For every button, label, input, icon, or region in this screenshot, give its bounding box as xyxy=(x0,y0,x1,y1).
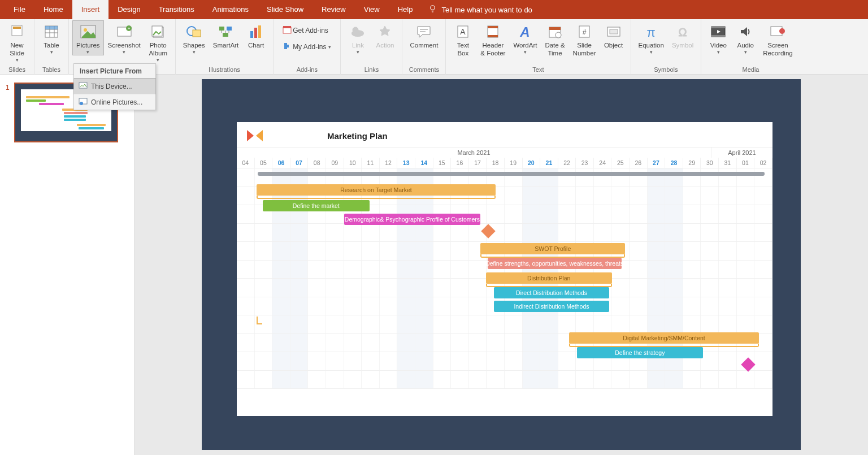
datetime-label: Date & Time xyxy=(545,41,565,57)
svg-rect-41 xyxy=(711,35,725,37)
shapes-label: Shapes xyxy=(183,41,205,49)
table-button[interactable]: Table ▾ xyxy=(38,20,65,55)
comment-button[interactable]: Comment xyxy=(406,20,442,50)
screenshot-icon: + xyxy=(116,23,132,40)
day-cell: 22 xyxy=(558,158,576,168)
get-addins-button[interactable]: Get Add-ins xyxy=(280,24,333,37)
tab-view[interactable]: View xyxy=(355,0,389,19)
day-cell: 14 xyxy=(415,158,433,168)
chevron-down-icon: ▾ xyxy=(524,49,527,55)
symbol-icon: Ω xyxy=(675,23,690,40)
link-icon xyxy=(350,23,365,40)
equation-label: Equation xyxy=(639,41,664,49)
tell-me[interactable]: Tell me what you want to do xyxy=(428,5,532,15)
online-icon xyxy=(79,97,91,107)
group-label-links: Links xyxy=(344,66,398,75)
object-button[interactable]: Object xyxy=(600,20,627,50)
datetime-button[interactable]: Date & Time xyxy=(541,20,568,58)
day-cell: 09 xyxy=(326,158,344,168)
group-label-slides: Slides xyxy=(3,66,31,75)
tab-transitions[interactable]: Transitions xyxy=(150,0,203,19)
audio-button[interactable]: Audio▾ xyxy=(732,20,759,55)
comment-label: Comment xyxy=(410,41,438,49)
day-cell: 20 xyxy=(523,158,541,168)
tab-review[interactable]: Review xyxy=(313,0,355,19)
svg-rect-14 xyxy=(219,27,224,31)
slide-canvas-area[interactable]: Marketing Plan March 2021 April 2021 040… xyxy=(134,75,868,455)
tab-file[interactable]: File xyxy=(5,0,34,19)
task-direct-bar: Direct Distribution Methods xyxy=(494,287,609,298)
day-cell: 24 xyxy=(594,158,612,168)
svg-text:A: A xyxy=(461,27,466,36)
day-cell: 05 xyxy=(255,158,273,168)
screenshot-button[interactable]: + Screenshot ▾ xyxy=(104,20,145,55)
pictures-button[interactable]: Pictures ▾ xyxy=(72,20,104,55)
tab-help[interactable]: Help xyxy=(389,0,422,19)
wordart-button[interactable]: AWordArt▾ xyxy=(509,20,541,55)
day-cell: 01 xyxy=(737,158,755,168)
dropdown-this-device[interactable]: This Device... xyxy=(73,78,156,94)
new-slide-button[interactable]: New Slide ▾ xyxy=(3,20,31,63)
shapes-button[interactable]: Shapes ▾ xyxy=(179,20,209,55)
month-april: April 2021 xyxy=(711,148,772,158)
svg-point-0 xyxy=(431,5,435,10)
dropdown-online-pictures[interactable]: Online Pictures... xyxy=(74,94,155,110)
link-label: Link xyxy=(352,41,364,49)
datetime-icon xyxy=(548,23,562,40)
task-swot-bar: SWOT Profile xyxy=(480,243,625,254)
slide-number-button[interactable]: #Slide Number xyxy=(569,20,600,58)
group-label-text: Text xyxy=(449,66,627,75)
equation-icon: π xyxy=(643,23,659,40)
chevron-down-icon: ▾ xyxy=(157,57,159,63)
chart-label: Chart xyxy=(248,41,264,49)
group-label-tables: Tables xyxy=(38,66,65,75)
chart-button[interactable]: Chart xyxy=(242,20,270,50)
day-cell: 31 xyxy=(719,158,737,168)
gantt-title: Marketing Plan xyxy=(327,131,388,141)
object-icon xyxy=(606,23,621,40)
my-addins-button[interactable]: My Add-ins ▾ xyxy=(280,40,333,53)
svg-point-32 xyxy=(555,32,561,38)
svg-rect-13 xyxy=(193,30,201,37)
day-cell: 25 xyxy=(611,158,630,168)
svg-rect-17 xyxy=(250,31,253,38)
video-button[interactable]: Video▾ xyxy=(705,20,732,55)
tab-home[interactable]: Home xyxy=(34,0,72,19)
action-button: Action xyxy=(371,20,398,50)
gantt-range-scrollbar[interactable] xyxy=(258,172,765,176)
task-swot2-bar: Define strengths, opportunities, weaknes… xyxy=(488,258,622,269)
day-cell: 27 xyxy=(648,158,666,168)
photo-album-button[interactable]: Photo Album ▾ xyxy=(145,20,172,63)
header-footer-button[interactable]: Header & Footer xyxy=(476,20,509,58)
chevron-down-icon: ▾ xyxy=(50,49,53,55)
svg-text:π: π xyxy=(647,25,656,39)
new-slide-icon xyxy=(10,23,24,40)
group-illustrations: Shapes ▾ SmartArt Chart Illustrations xyxy=(176,19,274,75)
smartart-button[interactable]: SmartArt xyxy=(209,20,242,50)
tab-insert[interactable]: Insert xyxy=(72,0,109,19)
day-cell: 10 xyxy=(344,158,362,168)
chart-icon xyxy=(249,23,263,40)
header-footer-label: Header & Footer xyxy=(480,41,505,57)
tab-slideshow[interactable]: Slide Show xyxy=(258,0,313,19)
screen-recording-button[interactable]: Screen Recording xyxy=(759,20,796,58)
video-icon xyxy=(710,23,726,40)
tab-animations[interactable]: Animations xyxy=(203,0,258,19)
timeline-days: 0405060708091011121314151617181920212223… xyxy=(237,158,772,168)
svg-rect-2 xyxy=(13,27,21,29)
slide[interactable]: Marketing Plan March 2021 April 2021 040… xyxy=(202,79,801,450)
day-cell: 17 xyxy=(469,158,487,168)
day-cell: 04 xyxy=(237,158,255,168)
slidenum-label: Slide Number xyxy=(573,41,596,57)
textbox-icon: A xyxy=(456,23,470,40)
textbox-button[interactable]: AText Box xyxy=(449,20,476,58)
svg-text:+: + xyxy=(127,26,130,31)
svg-rect-40 xyxy=(711,27,725,28)
photo-album-icon xyxy=(151,23,166,40)
group-label-addins: Add-ins xyxy=(277,66,337,75)
day-cell: 26 xyxy=(630,158,648,168)
picture-icon xyxy=(80,23,97,40)
tab-design[interactable]: Design xyxy=(108,0,149,19)
screenrec-icon xyxy=(770,23,785,40)
equation-button[interactable]: πEquation▾ xyxy=(635,20,668,55)
